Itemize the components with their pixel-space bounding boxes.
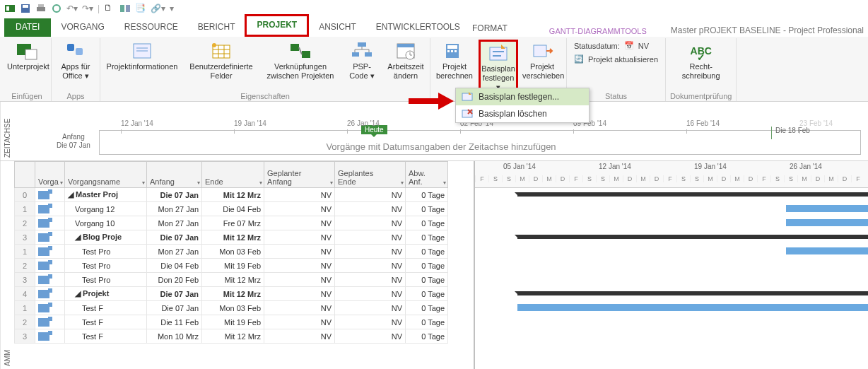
- btn-verknuepfungen[interactable]: Verknüpfungen zwischen Projekten: [263, 40, 338, 81]
- btn-benutzerfelder[interactable]: Benutzerdefinierte Felder: [184, 40, 259, 81]
- redo-icon[interactable]: ↷▾: [82, 4, 93, 13]
- svg-rect-8: [126, 5, 130, 12]
- ribbon-tabs: DATEI VORGANG RESSOURCE BERICHT PROJEKT …: [0, 17, 868, 37]
- table-row[interactable]: 4◢ ProjektDie 07 JanMit 12 MrzNVNV0 Tage: [14, 287, 474, 301]
- tab-entwicklertools[interactable]: ENTWICKLERTOOLS: [366, 18, 470, 37]
- svg-rect-3: [23, 5, 28, 8]
- project-app-icon: [4, 3, 16, 14]
- tab-format[interactable]: FORMAT: [462, 20, 517, 38]
- table-row[interactable]: 3Test FMon 10 MrzMit 12 MrzNVNV0 Tage: [14, 329, 474, 344]
- window-title: Master pROJEKT BASELINE - Project Profes…: [664, 25, 864, 37]
- clear-baseline-icon: [462, 108, 473, 119]
- btn-projekt-berechnen[interactable]: Projekt berechnen: [435, 40, 474, 81]
- task-indicator-icon: [38, 205, 49, 213]
- svg-rect-11: [67, 44, 74, 51]
- svg-rect-34: [454, 50, 457, 52]
- timeline-anfang: AnfangDie 07 Jan: [57, 133, 90, 150]
- task-indicator-icon: [38, 191, 49, 199]
- svg-rect-4: [37, 7, 45, 11]
- svg-rect-16: [213, 45, 230, 58]
- link-icon[interactable]: 🔗▾: [151, 4, 165, 13]
- menu-basisplan-festlegen[interactable]: Basisplan festlegen...: [456, 88, 589, 105]
- grid-header: Vorga▾ Vorgangsname▾ Anfang▾ Ende▾ Gepla…: [14, 161, 474, 188]
- timeline-tick: 19 Jan '14: [234, 119, 266, 127]
- compare-icon[interactable]: [119, 3, 131, 14]
- svg-rect-31: [447, 45, 457, 49]
- sync-icon[interactable]: [51, 3, 62, 14]
- statusdatum-value[interactable]: NV: [638, 42, 649, 50]
- btn-unterprojekt[interactable]: Unterprojekt: [7, 40, 47, 71]
- sheet-area: AMM Vorga▾ Vorgangsname▾ Anfang▾ Ende▾ G…: [0, 161, 868, 369]
- undo-icon[interactable]: ↶▾: [66, 4, 78, 13]
- task-indicator-icon: [38, 276, 49, 284]
- task-indicator-icon: [38, 318, 49, 327]
- svg-rect-22: [291, 44, 299, 51]
- gantt-task-bar[interactable]: [786, 219, 868, 226]
- table-row[interactable]: 2Test ProDie 04 FebMit 19 FebNVNV0 Tage: [14, 259, 474, 273]
- statusdatum-row: Statusdatum: 📅 NV: [574, 40, 649, 52]
- table-row[interactable]: 2Test FDie 11 FebMit 19 FebNVNV0 Tage: [14, 315, 474, 329]
- table-row[interactable]: 2Vorgang 10Mon 27 JanFre 07 MrzNVNV0 Tag…: [14, 216, 474, 230]
- btn-projekt-aktualisieren[interactable]: 🔄Projekt aktualisieren: [574, 53, 658, 65]
- gantt-summary-bar[interactable]: [517, 192, 868, 197]
- svg-rect-26: [365, 52, 372, 57]
- btn-rechtschreibung[interactable]: ABC✓Recht- schreibung: [678, 40, 725, 81]
- svg-rect-5: [38, 4, 44, 7]
- annotation-arrow: [407, 90, 457, 112]
- new-icon[interactable]: 🗋: [104, 3, 115, 14]
- table-row[interactable]: 1Vorgang 12Mon 27 JanDie 04 FebNVNV0 Tag…: [14, 202, 474, 216]
- btn-apps[interactable]: Apps für Office ▾: [56, 40, 95, 81]
- btn-projektinformationen[interactable]: Projektinformationen: [105, 40, 180, 71]
- table-row[interactable]: 0◢ Master ProjDie 07 JanMit 12 MrzNVNV0 …: [14, 188, 474, 202]
- group-einfuegen-label: Einfügen: [7, 90, 47, 101]
- save-icon[interactable]: [20, 3, 31, 14]
- table-row[interactable]: 1Test FDie 07 JanMon 03 FebNVNV0 Tage: [14, 301, 474, 315]
- tab-vorgang[interactable]: VORGANG: [51, 18, 114, 37]
- print-icon[interactable]: [35, 3, 47, 14]
- timeline-axis-label: ZEITACHSE: [0, 102, 14, 160]
- sheet-vert-label: AMM: [0, 161, 14, 369]
- set-baseline-icon: [462, 91, 473, 102]
- subproject-icon[interactable]: 📑: [135, 3, 146, 14]
- table-row[interactable]: 3Test ProDon 20 FebMit 12 MrzNVNV0 Tage: [14, 273, 474, 287]
- task-indicator-icon: [38, 233, 49, 242]
- tab-ressource[interactable]: RESSOURCE: [115, 18, 188, 37]
- btn-arbeitszeit[interactable]: Arbeitszeit ändern: [386, 40, 426, 81]
- task-grid[interactable]: Vorga▾ Vorgangsname▾ Anfang▾ Ende▾ Gepla…: [14, 161, 474, 369]
- table-row[interactable]: 3◢ Blog ProjeDie 07 JanMit 12 MrzNVNV0 T…: [14, 230, 474, 245]
- menu-basisplan-loeschen[interactable]: Basisplan löschen: [456, 105, 589, 122]
- tab-projekt[interactable]: PROJEKT: [245, 14, 309, 37]
- task-indicator-icon: [38, 332, 49, 341]
- gantt-summary-bar[interactable]: [517, 235, 868, 239]
- gantt-task-bar[interactable]: [786, 205, 868, 212]
- gantt-task-bar[interactable]: [517, 304, 868, 311]
- gantt-chart[interactable]: 05 Jan '14 12 Jan '14 19 Jan '14 26 Jan …: [474, 161, 868, 369]
- gantt-summary-bar[interactable]: [517, 291, 868, 295]
- task-indicator-icon: [38, 247, 49, 256]
- task-indicator-icon: [38, 290, 49, 298]
- calendar-icon: 📅: [624, 41, 634, 50]
- timeline-tick: 23 Feb '14: [799, 119, 833, 127]
- task-indicator-icon: [38, 219, 49, 228]
- group-eigenschaften-label: Eigenschaften: [105, 90, 426, 101]
- gantt-task-bar[interactable]: [786, 247, 868, 254]
- contextual-tool-label: GANTT-DIAGRAMMTOOLS: [539, 23, 657, 37]
- btn-psp-code[interactable]: PSP- Code ▾: [342, 40, 382, 81]
- qat-customize-icon[interactable]: ▾: [170, 4, 174, 13]
- btn-projekt-verschieben[interactable]: Projekt verschieben: [522, 40, 562, 81]
- svg-point-6: [53, 5, 60, 12]
- tab-ansicht[interactable]: ANSICHT: [309, 18, 366, 37]
- group-dokument-label: Dokumentprüfung: [670, 90, 732, 101]
- timeline-placeholder: Vorgänge mit Datumsangaben der Zeitachse…: [326, 141, 556, 152]
- table-row[interactable]: 1Test ProMon 27 JanMon 03 FebNVNV0 Tage: [14, 245, 474, 259]
- svg-rect-12: [76, 48, 83, 55]
- task-indicator-icon: [38, 304, 49, 312]
- btn-basisplan-festlegen[interactable]: Basisplan festlegen ▾: [479, 40, 518, 95]
- svg-rect-23: [302, 51, 310, 58]
- timeline-tick: 16 Feb '14: [686, 119, 720, 127]
- tab-datei[interactable]: DATEI: [4, 18, 51, 37]
- timeline-tick: 26 Jan '14: [347, 119, 380, 127]
- svg-rect-24: [358, 42, 366, 47]
- tab-bericht[interactable]: BERICHT: [188, 18, 245, 37]
- svg-rect-25: [352, 52, 359, 57]
